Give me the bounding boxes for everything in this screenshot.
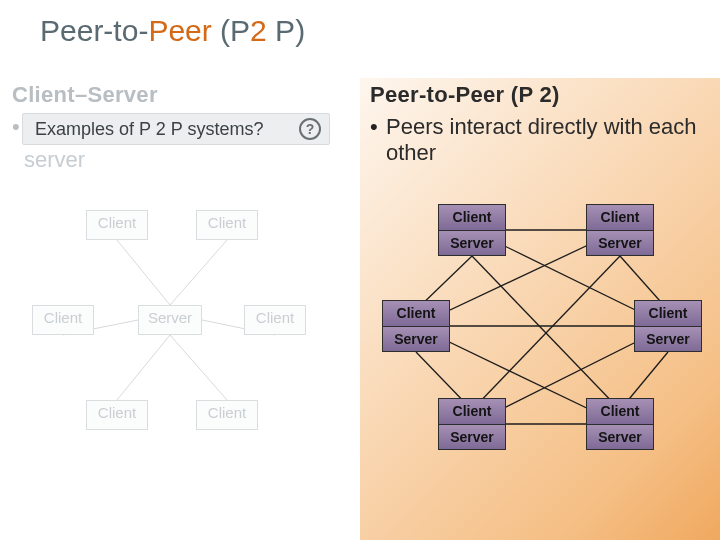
cs-node-client: Client xyxy=(32,305,94,335)
cs-node-client: Client xyxy=(86,400,148,430)
p2p-node: Client Server xyxy=(586,398,654,450)
popup-question-box: Examples of P 2 P systems? ? xyxy=(22,113,330,145)
svg-line-4 xyxy=(117,335,170,400)
right-column: Peer-to-Peer (P 2) • Peers interact dire… xyxy=(370,82,710,166)
p2p-node: Client Server xyxy=(438,204,506,256)
left-heading: Client–Server xyxy=(12,82,352,108)
p2p-node: Client Server xyxy=(634,300,702,352)
p2p-diagram: Client Server Client Server Client Serve… xyxy=(376,210,706,480)
cs-node-client: Client xyxy=(244,305,306,335)
p2p-node-server: Server xyxy=(382,327,450,353)
svg-line-1 xyxy=(170,240,227,305)
p2p-node-client: Client xyxy=(586,398,654,425)
left-bullet-line2: server xyxy=(24,147,85,173)
p2p-node-client: Client xyxy=(586,204,654,231)
p2p-node-server: Server xyxy=(438,231,506,257)
question-icon: ? xyxy=(299,118,321,140)
bullet-dot: • xyxy=(370,114,378,140)
p2p-node-server: Server xyxy=(634,327,702,353)
p2p-node-server: Server xyxy=(586,231,654,257)
right-heading: Peer-to-Peer (P 2) xyxy=(370,82,710,108)
p2p-node-server: Server xyxy=(438,425,506,451)
right-bullet: Peers interact directly with each other xyxy=(386,114,710,166)
client-server-diagram: Client Client Client Server Client Clien… xyxy=(20,210,330,480)
svg-line-5 xyxy=(170,335,227,400)
p2p-node-client: Client xyxy=(438,204,506,231)
diagram-lines xyxy=(20,210,330,480)
p2p-node: Client Server xyxy=(382,300,450,352)
p2p-node: Client Server xyxy=(586,204,654,256)
p2p-node-server: Server xyxy=(586,425,654,451)
p2p-node: Client Server xyxy=(438,398,506,450)
bullet-dot: • xyxy=(12,114,20,140)
p2p-node-client: Client xyxy=(634,300,702,327)
slide-title: Peer-to-Peer (P2 P) xyxy=(40,14,305,48)
cs-node-client: Client xyxy=(196,210,258,240)
cs-node-server: Server xyxy=(138,305,202,335)
p2p-node-client: Client xyxy=(438,398,506,425)
svg-line-0 xyxy=(117,240,170,305)
cs-node-client: Client xyxy=(196,400,258,430)
cs-node-client: Client xyxy=(86,210,148,240)
popup-question-label: Examples of P 2 P systems? xyxy=(35,119,263,140)
p2p-node-client: Client xyxy=(382,300,450,327)
